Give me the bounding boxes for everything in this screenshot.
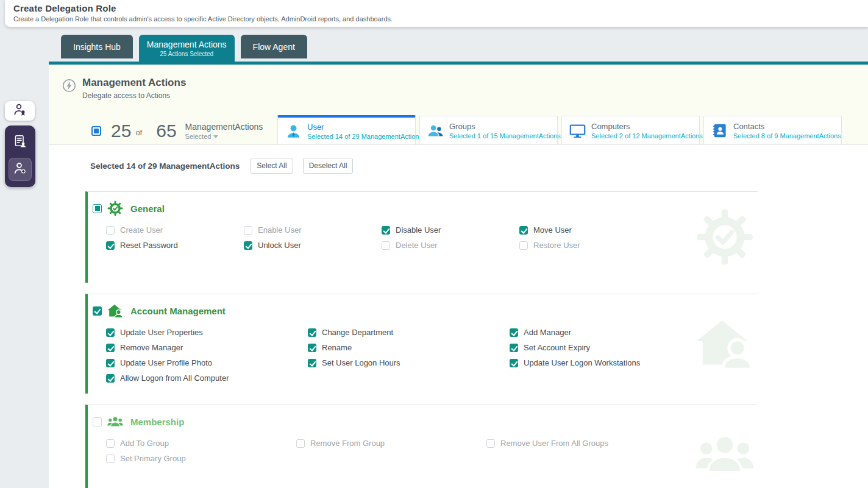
action-checkbox[interactable]: [106, 374, 115, 383]
object-tab-title: Groups: [449, 122, 561, 131]
selection-toolbar: Selected 14 of 29 ManagementActions Sele…: [90, 158, 868, 174]
action-label: Remove From Group: [310, 439, 385, 448]
action-label: Create User: [120, 225, 163, 235]
action-checkbox[interactable]: [244, 241, 252, 250]
action-item-enable-user[interactable]: Enable User: [244, 225, 382, 235]
selected-filter-dropdown[interactable]: Selected: [185, 133, 263, 140]
action-item-allow-logon-from-all-computer[interactable]: Allow Logon from All Computer: [106, 373, 308, 383]
action-item-update-user-profile-photo[interactable]: Update User Profile Photo: [106, 358, 308, 367]
action-item-add-to-group[interactable]: Add To Group: [106, 439, 296, 448]
action-checkbox[interactable]: [106, 328, 115, 337]
action-checkbox[interactable]: [308, 344, 316, 352]
category-checkbox-membership[interactable]: [93, 417, 102, 426]
action-checkbox[interactable]: [519, 226, 528, 235]
action-item-set-user-logon-hours[interactable]: Set User Logon Hours: [308, 358, 510, 367]
tab-flow-agent[interactable]: Flow Agent: [241, 35, 307, 58]
action-item-restore-user[interactable]: Restore User: [519, 241, 657, 250]
action-item-remove-user-from-all-groups[interactable]: Remove User From All Groups: [486, 439, 677, 448]
action-checkbox[interactable]: [382, 241, 390, 250]
deselect-all-button[interactable]: Deselect All: [303, 158, 354, 174]
category-checkbox-general[interactable]: [93, 204, 102, 213]
object-tab-computers[interactable]: Computers Selected 2 of 12 ManagementAct…: [561, 116, 700, 144]
action-checkbox[interactable]: [106, 344, 115, 352]
category-title: Membership: [130, 417, 184, 427]
action-item-unlock-user[interactable]: Unlock User: [244, 241, 382, 250]
action-checkbox[interactable]: [106, 439, 115, 448]
object-tab-title: User: [307, 122, 422, 132]
object-tab-user[interactable]: User Selected 14 of 29 ManagementActions: [277, 115, 416, 144]
computers-icon: [569, 122, 586, 139]
action-checkbox[interactable]: [296, 439, 305, 448]
action-label: Rename: [322, 343, 352, 352]
delegation-role-button[interactable]: [5, 101, 35, 121]
action-item-change-department[interactable]: Change Department: [308, 328, 510, 337]
action-item-set-primary-group[interactable]: Set Primary Group: [106, 454, 296, 463]
delegation-role-icon: [13, 102, 27, 119]
action-item-delete-user[interactable]: Delete User: [382, 241, 519, 250]
action-label: Move User: [533, 225, 572, 235]
action-checkbox[interactable]: [106, 359, 115, 367]
report-delegation-icon: [13, 134, 27, 151]
action-category-account-management: Account ManagementUpdate User Properties…: [85, 294, 758, 394]
category-items: Create UserEnable UserDisable UserMove U…: [106, 225, 758, 250]
action-checkbox[interactable]: [106, 226, 115, 235]
category-checkbox-account-management[interactable]: [93, 306, 102, 316]
object-tab-title: Computers: [591, 122, 703, 131]
tab-insights-hub[interactable]: Insights Hub: [61, 35, 133, 58]
action-item-rename[interactable]: Rename: [308, 343, 510, 352]
action-checkbox[interactable]: [106, 454, 115, 463]
object-tab-contacts[interactable]: Contacts Selected 8 of 9 ManagementActio…: [703, 116, 842, 144]
action-label: Enable User: [258, 225, 302, 235]
active-tab-underline: [49, 62, 868, 65]
action-checkbox[interactable]: [308, 328, 316, 337]
object-tab-groups[interactable]: Groups Selected 1 of 15 ManagementAction…: [419, 116, 558, 144]
tab-label: Flow Agent: [253, 42, 295, 52]
action-checkbox[interactable]: [510, 359, 518, 367]
action-item-set-account-expiry[interactable]: Set Account Expiry: [510, 343, 711, 352]
gear-check-icon-watermark: [695, 208, 754, 266]
action-item-add-manager[interactable]: Add Manager: [510, 328, 711, 337]
action-checkbox[interactable]: [244, 226, 252, 235]
selected-count: 25: [111, 121, 131, 141]
action-item-remove-manager[interactable]: Remove Manager: [106, 343, 308, 352]
select-all-actions-checkbox[interactable]: [91, 126, 101, 136]
management-actions-panel: Management Actions Delegate access to Ac…: [49, 65, 868, 488]
select-all-button[interactable]: Select All: [251, 158, 293, 174]
main-tab-bar: Insights Hub Management Actions 25 Actio…: [61, 35, 307, 62]
object-tab-title: Contacts: [733, 122, 841, 131]
action-item-remove-from-group[interactable]: Remove From Group: [296, 439, 486, 448]
action-checkbox[interactable]: [106, 241, 115, 250]
counter-separator: of: [135, 128, 142, 137]
action-checkbox[interactable]: [486, 439, 495, 448]
action-label: Unlock User: [258, 241, 301, 250]
action-checkbox[interactable]: [510, 328, 518, 337]
users-group-icon: [107, 414, 123, 430]
groups-icon: [427, 122, 444, 139]
panel-title: Management Actions: [82, 77, 186, 89]
lightning-icon: [62, 79, 76, 93]
add-delegation-button[interactable]: [9, 158, 32, 181]
gear-check-icon: [107, 200, 123, 216]
action-item-move-user[interactable]: Move User: [519, 225, 657, 235]
action-item-reset-password[interactable]: Reset Password: [106, 241, 244, 250]
selection-counter: 25 of 65 ManagementActions Selected: [91, 119, 263, 143]
object-tab-subtitle: Selected 8 of 9 ManagementActions: [733, 132, 841, 140]
action-sections: GeneralCreate UserEnable UserDisable Use…: [49, 191, 868, 488]
action-checkbox[interactable]: [308, 359, 316, 367]
action-item-disable-user[interactable]: Disable User: [382, 225, 519, 235]
action-checkbox[interactable]: [382, 226, 390, 235]
action-item-update-user-logon-workstations[interactable]: Update User Logon Workstations: [510, 358, 711, 367]
category-header: Membership: [93, 414, 758, 430]
category-title: General: [130, 203, 165, 214]
contacts-icon: [711, 122, 728, 139]
category-items: Update User PropertiesChange DepartmentA…: [106, 328, 758, 383]
user-icon: [285, 123, 302, 140]
action-checkbox[interactable]: [510, 344, 518, 352]
action-checkbox[interactable]: [519, 241, 528, 250]
tab-management-actions[interactable]: Management Actions 25 Actions Selected: [139, 35, 235, 62]
action-item-create-user[interactable]: Create User: [106, 225, 244, 235]
action-item-update-user-properties[interactable]: Update User Properties: [106, 328, 308, 337]
action-label: Update User Properties: [120, 328, 203, 337]
report-delegation-button[interactable]: [9, 131, 32, 154]
left-dock: [5, 101, 35, 187]
